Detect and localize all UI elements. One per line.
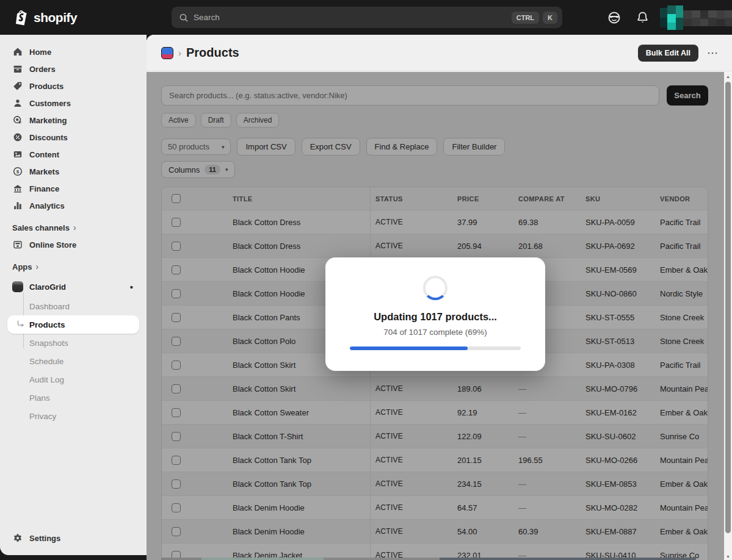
sidebar-nav-item[interactable]: Finance [7, 180, 139, 197]
nav-icon [12, 201, 23, 210]
nav-icon [12, 64, 23, 74]
store-avatar-blurred[interactable] [660, 5, 732, 30]
vertical-scrollbar[interactable]: ▲ ▼ [724, 72, 732, 560]
gear-icon [12, 533, 23, 543]
clarogrid-subnav-item[interactable]: Dashboard [7, 297, 139, 315]
kbd-ctrl: CTRL [512, 12, 539, 24]
clarogrid-subnav-item[interactable]: Plans [7, 389, 139, 407]
scroll-up-icon[interactable]: ▲ [724, 72, 732, 79]
shopify-logo[interactable]: shopify [15, 10, 77, 26]
clarogrid-subnav-item[interactable]: Snapshots [7, 334, 139, 352]
nav-icon [12, 47, 23, 57]
sales-channels-label: Sales channels [12, 223, 70, 232]
nav-item-label: Products [29, 82, 63, 91]
sidebar-item-online-store[interactable]: Online Store [7, 236, 139, 253]
shopify-bag-icon [15, 10, 29, 26]
app-breadcrumb-icon[interactable] [161, 47, 173, 59]
storefront-icon [12, 240, 23, 249]
progress-bar-fill [350, 346, 468, 350]
modal-progress-text: 704 of 1017 complete (69%) [383, 328, 487, 337]
main-panel: › Products Bulk Edit All ⋯ Search Active… [147, 35, 732, 560]
sidebar-nav-item[interactable]: $ Markets [7, 163, 139, 180]
nav-icon: $ [12, 167, 23, 176]
bulk-edit-all-button[interactable]: Bulk Edit All [638, 45, 698, 62]
clarogrid-subnav-item[interactable]: Audit Log [7, 370, 139, 389]
page-title: Products [186, 46, 239, 60]
clarogrid-label: ClaroGrid [29, 282, 66, 292]
clarogrid-subnav-item[interactable]: Privacy [7, 407, 139, 425]
nav-item-label: Analytics [29, 201, 65, 210]
settings-label: Settings [29, 534, 60, 543]
apps-header[interactable]: Apps › [0, 253, 147, 275]
progress-bar-track [350, 346, 521, 350]
sidebar-nav: Home Orders Products Customers Marketing [0, 35, 147, 214]
sales-channels-header[interactable]: Sales channels › [0, 214, 147, 236]
nav-icon [12, 132, 23, 142]
sidebar-nav-item[interactable]: Discounts [7, 129, 139, 146]
nav-icon [12, 98, 23, 108]
search-icon [179, 13, 189, 23]
clarogrid-subnav-item[interactable]: Schedule [7, 352, 139, 370]
global-search[interactable]: CTRL K [172, 7, 562, 28]
sidebar-nav-item[interactable]: Orders [7, 60, 139, 77]
subnav-item-label: Snapshots [29, 339, 68, 348]
scrollbar-thumb[interactable] [725, 82, 731, 533]
nav-item-label: Discounts [29, 133, 68, 142]
top-bar: shopify CTRL K [0, 0, 732, 35]
nav-icon [12, 149, 23, 159]
nav-item-label: Content [29, 150, 59, 159]
nav-item-label: Customers [29, 99, 71, 108]
global-search-input[interactable] [194, 13, 508, 22]
branch-arrow-icon [16, 320, 26, 331]
sidebar-nav-item[interactable]: Products [7, 77, 139, 95]
subnav-item-label: Schedule [29, 357, 63, 366]
page-header: › Products Bulk Edit All ⋯ [147, 35, 732, 71]
nav-icon [12, 81, 23, 91]
modal-title: Updating 1017 products... [374, 311, 497, 323]
nav-icon [12, 184, 23, 193]
subnav-item-label: Plans [29, 393, 50, 403]
sidebar-nav-item[interactable]: Customers [7, 95, 139, 112]
clarogrid-app-icon [12, 281, 23, 292]
scroll-down-icon[interactable]: ▼ [724, 552, 732, 559]
nav-icon [12, 115, 23, 125]
sidebar-nav-item[interactable]: Home [7, 43, 139, 60]
subnav-item-label: Dashboard [29, 302, 70, 311]
loading-spinner-icon [423, 276, 448, 300]
subnav-item-label: Privacy [29, 412, 56, 421]
sidebar: Home Orders Products Customers Marketing [0, 35, 147, 555]
sidebar-app-clarogrid[interactable]: ClaroGrid • [7, 278, 139, 296]
more-actions-icon[interactable]: ⋯ [707, 50, 719, 56]
nav-item-label: Finance [29, 184, 59, 193]
progress-modal: Updating 1017 products... 704 of 1017 co… [325, 257, 545, 371]
online-store-label: Online Store [29, 240, 76, 249]
nav-item-label: Home [29, 48, 51, 57]
clarogrid-subnav: Dashboard Products Snapshots Schedule Au… [0, 296, 147, 425]
nav-item-label: Marketing [29, 116, 67, 125]
sidebar-item-settings[interactable]: Settings [7, 529, 139, 547]
chevron-right-icon: › [73, 223, 76, 232]
app-activity-dot: • [130, 282, 133, 292]
apps-label: Apps [12, 262, 32, 271]
nav-item-label: Orders [29, 65, 56, 74]
clarogrid-subnav-item[interactable]: Products [7, 315, 139, 334]
subnav-item-label: Audit Log [29, 375, 64, 384]
sidebar-nav-item[interactable]: Marketing [7, 112, 139, 129]
logo-wordmark: shopify [34, 10, 77, 25]
chevron-right-icon: › [36, 262, 39, 271]
subnav-item-label: Products [29, 320, 65, 329]
nav-item-label: Markets [29, 167, 59, 176]
sidebar-nav-item[interactable]: Content [7, 146, 139, 163]
svg-text:$: $ [16, 169, 20, 174]
breadcrumb-chevron-icon: › [178, 48, 181, 58]
kbd-k: K [543, 12, 557, 24]
notifications-bell-icon[interactable] [632, 7, 653, 28]
sidebar-nav-item[interactable]: Analytics [7, 197, 139, 214]
dev-mode-icon[interactable] [604, 7, 625, 28]
